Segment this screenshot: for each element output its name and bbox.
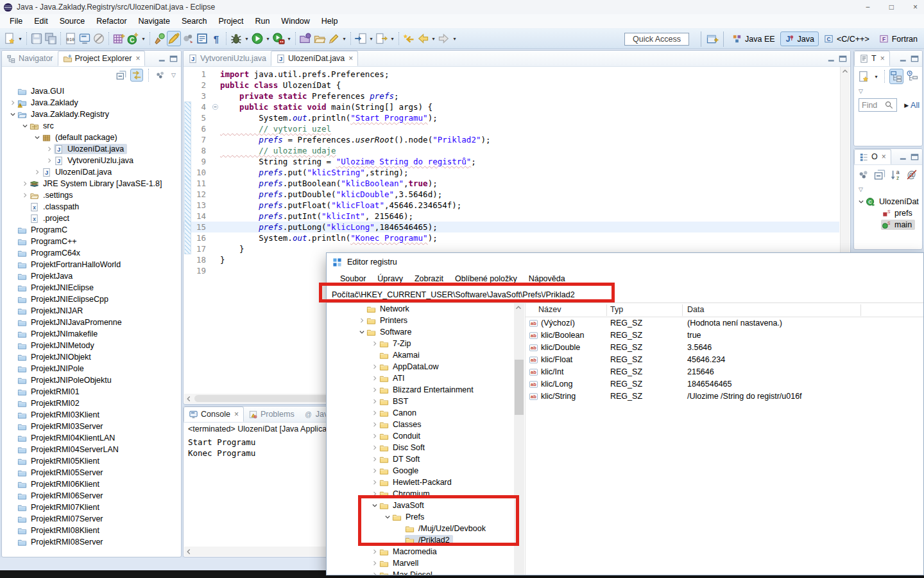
export-button[interactable] — [375, 31, 389, 46]
project-explorer-item[interactable]: (default package) — [2, 132, 181, 143]
project-explorer-item[interactable]: ProgramC64x — [2, 247, 181, 259]
project-explorer-item[interactable]: ProjektJNIJAR — [2, 305, 181, 317]
save-button[interactable] — [30, 31, 44, 46]
registry-menu-obl-ben-polo-ky[interactable]: Oblíbené položky — [449, 272, 523, 285]
new-snippet-button[interactable] — [181, 31, 195, 46]
all-filter-link[interactable]: All — [911, 101, 920, 110]
code-line[interactable]: 7 prefs = Preferences.userRoot().node("P… — [184, 134, 839, 145]
project-explorer-item[interactable]: Java.GUI — [2, 85, 181, 97]
run-dropdown[interactable]: ▾ — [264, 36, 271, 42]
console-tab-console[interactable]: Console× — [184, 407, 244, 422]
explorer-tab-navigator[interactable]: Navigator — [2, 51, 58, 66]
project-explorer-item[interactable]: JVytvoreniUzlu.java — [2, 155, 181, 166]
registry-key-item[interactable]: Chromium — [327, 488, 514, 500]
scrollbar-thumb[interactable] — [515, 360, 524, 415]
view-menu-icon[interactable] — [154, 69, 167, 82]
expander-collapsed-icon[interactable] — [370, 362, 379, 371]
run-external-button[interactable] — [271, 31, 286, 46]
menu-edit[interactable]: Edit — [28, 15, 54, 27]
import-button[interactable] — [354, 31, 368, 46]
expander-collapsed-icon[interactable] — [370, 408, 379, 417]
registry-value-row[interactable]: ab(Výchozí)REG_SZ(Hodnota není nastavena… — [526, 317, 923, 329]
menu-source[interactable]: Source — [54, 15, 91, 27]
column-divider[interactable] — [606, 304, 607, 316]
registry-tree-scrollbar[interactable] — [514, 303, 524, 575]
code-line[interactable]: 8 // ulozime udaje — [184, 145, 839, 156]
new-java-project-button[interactable] — [112, 31, 126, 46]
registry-key-item[interactable]: Disc Soft — [327, 442, 514, 453]
forward-button[interactable] — [437, 31, 451, 46]
back-dropdown[interactable]: ▾ — [430, 36, 437, 42]
project-explorer-item[interactable]: ProjektJNIMetody — [2, 340, 181, 351]
registry-key-item[interactable]: Network — [327, 303, 514, 315]
code-line[interactable]: 13 prefs.putFloat("klicFloat",45646.2346… — [184, 200, 839, 211]
expander-collapsed-icon[interactable] — [370, 489, 379, 498]
run-button[interactable] — [250, 31, 264, 46]
code-line[interactable]: 16 System.out.println("Konec Programu"); — [184, 232, 839, 243]
binary-console-button[interactable]: 010 — [64, 31, 78, 46]
expand-arrow-icon[interactable]: ▶ — [904, 102, 909, 109]
column-header-name[interactable]: Název — [538, 305, 561, 314]
export-dropdown[interactable]: ▾ — [389, 36, 396, 42]
search-pencil-button[interactable] — [327, 31, 341, 46]
project-explorer-item[interactable]: ProgramC — [2, 224, 181, 236]
editor-tab-vytvoreniuzlu-java[interactable]: JVytvoreniUzlu.java — [184, 51, 271, 66]
new-class-dropdown[interactable]: ▾ — [140, 36, 147, 42]
hide-fields-button[interactable]: @ — [905, 167, 919, 182]
window-close-button[interactable]: × — [913, 3, 918, 12]
new-wizard-button[interactable] — [3, 31, 17, 46]
expander-expanded-icon[interactable] — [33, 133, 42, 142]
link-with-editor-button[interactable] — [130, 69, 143, 82]
find-input[interactable]: Find — [859, 98, 897, 112]
forward-dropdown[interactable]: ▾ — [451, 36, 458, 42]
project-explorer-item[interactable]: ProjektJNIPole — [2, 363, 181, 374]
code-line[interactable]: 12 prefs.putDouble("klicDouble",3.5646d)… — [184, 189, 839, 200]
registry-key-item[interactable]: /Priklad2 — [327, 534, 514, 546]
registry-menu-zobrazit[interactable]: Zobrazit — [409, 272, 449, 285]
debug-button[interactable] — [229, 31, 243, 46]
expander-collapsed-icon[interactable] — [370, 397, 379, 406]
project-explorer-item[interactable]: JRE System Library [JavaSE-1.8] — [2, 178, 181, 189]
project-explorer-item[interactable]: ProjektRMI03Server — [2, 421, 181, 432]
project-explorer-item[interactable]: Java.Zaklady — [2, 97, 181, 109]
registry-value-row[interactable]: abklic/IntREG_SZ215646 — [526, 366, 923, 378]
registry-key-item[interactable]: Prefs — [327, 511, 514, 523]
run-external-dropdown[interactable]: ▾ — [286, 36, 293, 42]
menu-file[interactable]: File — [4, 15, 28, 27]
project-explorer-item[interactable]: src — [2, 120, 181, 132]
new-task-dropdown[interactable]: ▾ — [873, 74, 880, 80]
minimize-view-button[interactable] — [157, 54, 167, 64]
view-menu-dropdown[interactable]: ▽ — [857, 88, 865, 94]
categorized-view-button[interactable] — [889, 69, 903, 84]
column-header-type[interactable]: Typ — [610, 305, 623, 314]
menu-project[interactable]: Project — [213, 15, 250, 27]
tab-task-list[interactable]: T × — [854, 51, 890, 66]
minimize-view-button[interactable] — [826, 54, 836, 64]
column-divider[interactable] — [682, 304, 683, 316]
menu-help[interactable]: Help — [316, 15, 344, 27]
console-tab-problems[interactable]: Problems — [244, 407, 299, 422]
expander-collapsed-icon[interactable] — [33, 168, 42, 177]
expander-expanded-icon[interactable] — [370, 501, 379, 510]
project-explorer-item[interactable]: ProjektRMI08Klient — [2, 525, 181, 536]
import-dropdown[interactable]: ▾ — [368, 36, 375, 42]
show-whitespace-button[interactable]: ¶ — [209, 31, 223, 46]
project-explorer-item[interactable]: ProjektRMI06Klient — [2, 478, 181, 490]
registry-key-item[interactable]: JavaSoft — [327, 500, 514, 511]
code-line[interactable]: 14 prefs.putInt("klicInt", 215646); — [184, 211, 839, 222]
window-maximize-button[interactable]: □ — [889, 3, 894, 12]
registry-value-row[interactable]: abklic/BooleanREG_SZtrue — [526, 329, 923, 342]
menu-refactor[interactable]: Refactor — [90, 15, 132, 27]
expander-collapsed-icon[interactable] — [370, 570, 379, 575]
view-menu-dropdown[interactable]: ▽ — [169, 72, 178, 78]
project-explorer-item[interactable]: x.project — [2, 213, 181, 224]
outline-item[interactable]: Smain — [854, 219, 922, 231]
project-explorer-item[interactable]: Java.Zaklady.Registry — [2, 109, 181, 120]
registry-key-item[interactable]: 7-Zip — [327, 338, 514, 349]
outline-item[interactable]: CUlozeníDat — [854, 196, 922, 207]
expander-collapsed-icon[interactable] — [21, 179, 30, 188]
registry-menu-soubor[interactable]: Soubor — [334, 272, 372, 285]
project-explorer-item[interactable]: ProjektRMI01 — [2, 386, 181, 398]
maximize-view-button[interactable] — [910, 54, 920, 64]
new-wizard-dropdown[interactable]: ▾ — [17, 36, 24, 42]
